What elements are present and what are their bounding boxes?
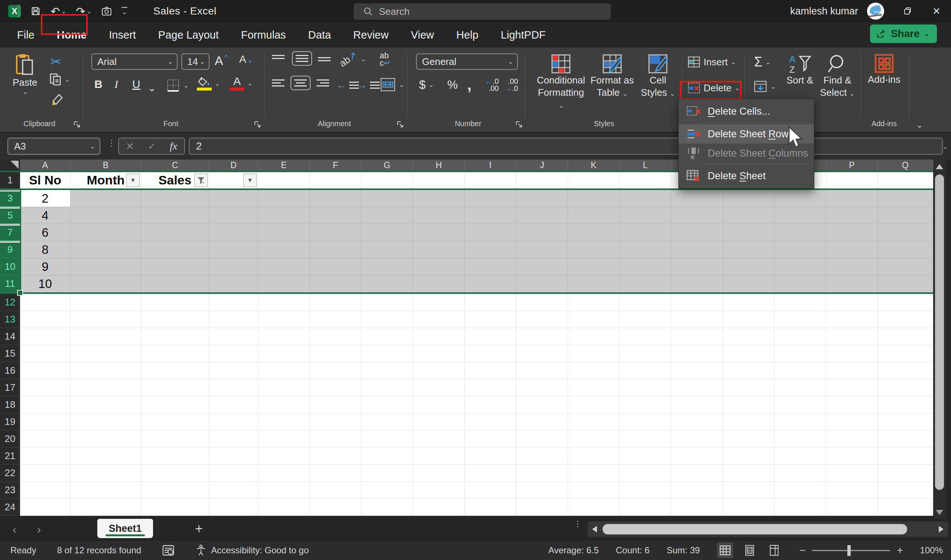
conditional-formatting-dropdown-icon[interactable]: ⌄ [558,102,563,109]
grid-cell-H22[interactable] [413,465,465,482]
grid-cell-D24[interactable] [209,499,258,516]
grid-cell-A3[interactable]: 2 [20,190,71,207]
grid-cell-J17[interactable] [516,379,568,396]
scrollbar-resize-handle[interactable]: ⋮ [574,522,582,526]
grid-cell-N23[interactable] [723,482,775,499]
grid-cell-H5[interactable] [413,207,465,224]
grid-cell-O20[interactable] [775,431,826,448]
grid-cell-J9[interactable] [516,241,568,258]
grid-cell-J22[interactable] [516,465,568,482]
grid-cell-I19[interactable] [465,414,516,431]
grid-cell-M3[interactable] [671,190,723,207]
grid-cell-Q14[interactable] [878,328,933,345]
decrease-font-size-button[interactable]: A˅ [239,54,252,65]
grid-cell-A10[interactable]: 9 [20,258,71,275]
grid-cell-L5[interactable] [620,207,671,224]
italic-button[interactable]: I [114,78,118,91]
grid-cell-G15[interactable] [361,345,413,362]
grid-cell-C19[interactable] [141,414,209,431]
grid-cell-I12[interactable] [465,294,516,311]
grid-cell-O19[interactable] [775,414,826,431]
share-dropdown-icon[interactable]: ⌄ [924,31,929,37]
grid-cell-L14[interactable] [620,328,671,345]
grid-cell-M21[interactable] [671,448,723,465]
grid-cell-J1[interactable] [516,172,568,189]
grid-cell-A17[interactable] [20,379,71,396]
grid-cell-O21[interactable] [775,448,826,465]
page-layout-view-button[interactable] [741,543,758,558]
previous-sheet-icon[interactable]: ‹ [12,523,16,536]
column-header-K[interactable]: K [568,160,620,171]
grid-cell-Q11[interactable] [878,275,933,292]
grid-cell-C13[interactable] [141,311,209,328]
grid-cell-Q7[interactable] [878,224,933,241]
grid-cell-Q23[interactable] [878,482,933,499]
name-box[interactable]: A3 ⌄ [8,138,100,155]
grid-cell-O9[interactable] [775,241,826,258]
orientation-button[interactable]: ab↗⌄ [339,54,366,65]
grid-cell-I1[interactable] [465,172,516,189]
grid-cell-B17[interactable] [71,379,141,396]
grid-cell-I5[interactable] [465,207,516,224]
cancel-entry-icon[interactable]: ✕ [126,141,134,152]
formula-input[interactable]: 2 [189,138,943,155]
zoom-slider[interactable] [812,550,890,551]
grid-cell-E22[interactable] [258,465,310,482]
grid-cell-B18[interactable] [71,396,141,414]
grid-cell-D16[interactable] [209,362,258,379]
grid-cell-M22[interactable] [671,465,723,482]
grid-cell-J21[interactable] [516,448,568,465]
grid-cell-L22[interactable] [620,465,671,482]
vertical-scrollbar-thumb[interactable] [935,174,944,490]
grid-cell-B3[interactable] [71,190,141,207]
grid-cell-N11[interactable] [723,275,775,292]
grid-cell-N7[interactable] [723,224,775,241]
filter-applied-button[interactable] [194,174,208,187]
close-button[interactable]: ✕ [922,0,951,22]
grid-cell-P14[interactable] [826,328,878,345]
grid-cell-E19[interactable] [258,414,310,431]
grid-cell-E16[interactable] [258,362,310,379]
grid-cell-O12[interactable] [775,294,826,311]
grid-cell-Q19[interactable] [878,414,933,431]
merge-center-button[interactable]: ⌄ [380,77,404,92]
grid-cell-H12[interactable] [413,294,465,311]
grid-cell-N13[interactable] [723,311,775,328]
grid-cell-L16[interactable] [620,362,671,379]
grid-cell-L18[interactable] [620,396,671,414]
grid-cell-K12[interactable] [568,294,620,311]
grid-cell-C18[interactable] [141,396,209,414]
grid-cell-B11[interactable] [71,275,141,292]
grid-cell-O17[interactable] [775,379,826,396]
grid-cell-P17[interactable] [826,379,878,396]
grid-cell-J11[interactable] [516,275,568,292]
grid-cell-I14[interactable] [465,328,516,345]
find-select-dropdown-icon[interactable]: ⌄ [849,90,855,97]
grid-cell-L11[interactable] [620,275,671,292]
grid-cell-M7[interactable] [671,224,723,241]
grid-cell-K17[interactable] [568,379,620,396]
grid-cell-Q1[interactable] [878,172,933,189]
grid-cell-I24[interactable] [465,499,516,516]
grid-cell-H15[interactable] [413,345,465,362]
grid-cell-Q12[interactable] [878,294,933,311]
format-as-table-button[interactable]: Format asTable ⌄ [590,54,635,98]
grid-cell-E18[interactable] [258,396,310,414]
grid-cell-F16[interactable] [310,362,361,379]
grid-cell-N17[interactable] [723,379,775,396]
grid-cell-A14[interactable] [20,328,71,345]
grid-cell-K14[interactable] [568,328,620,345]
grid-cell-K13[interactable] [568,311,620,328]
column-header-H[interactable]: H [413,160,465,171]
grid-cell-D21[interactable] [209,448,258,465]
menu-tab-review[interactable]: Review [352,27,389,43]
grid-cell-K7[interactable] [568,224,620,241]
grid-cell-J24[interactable] [516,499,568,516]
grid-cell-F12[interactable] [310,294,361,311]
grid-cell-B15[interactable] [71,345,141,362]
grid-cell-Q17[interactable] [878,379,933,396]
grid-cell-P22[interactable] [826,465,878,482]
number-dialog-launcher[interactable] [515,120,523,128]
grid-cell-K16[interactable] [568,362,620,379]
grid-cell-B14[interactable] [71,328,141,345]
